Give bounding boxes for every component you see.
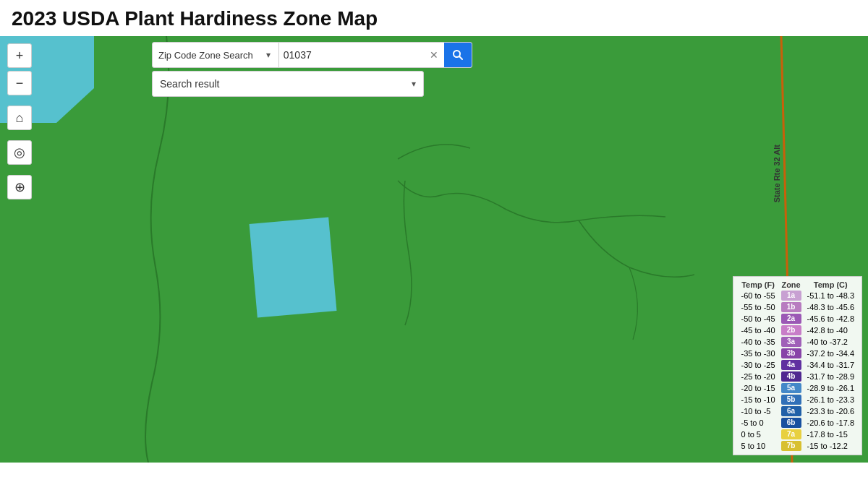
legend-zone-box: 7b: [778, 440, 804, 452]
legend-temp-f: -60 to -55: [738, 290, 778, 301]
legend-zone-box: 4a: [778, 359, 804, 371]
legend-row: 5 to 107b-15 to -12.2: [738, 440, 857, 452]
legend-header-zone: Zone: [778, 280, 804, 290]
legend-row: -55 to -501b-48.3 to -45.6: [738, 301, 857, 313]
legend-temp-f: -20 to -15: [738, 382, 778, 394]
legend-zone-box: 6b: [778, 417, 804, 429]
search-icon: [452, 49, 464, 61]
locate-button[interactable]: ◎: [7, 140, 32, 165]
page-title: 2023 USDA Plant Hardiness Zone Map: [0, 0, 868, 36]
legend-zone-box: 3a: [778, 336, 804, 348]
legend-zone-box: 1a: [778, 290, 804, 301]
zoom-out-button[interactable]: −: [7, 71, 32, 95]
search-result-label: Search result: [160, 78, 412, 90]
legend: Temp (F) Zone Temp (C) -60 to -551a-51.1…: [733, 276, 862, 455]
legend-row: 0 to 57a-17.8 to -15: [738, 429, 857, 440]
legend-zone-box: 7a: [778, 429, 804, 440]
search-result-dropdown[interactable]: Search result ▾: [152, 71, 424, 97]
legend-zone-box: 1b: [778, 301, 804, 313]
svg-line-2: [459, 56, 462, 59]
legend-temp-f: 5 to 10: [738, 440, 778, 452]
legend-temp-f: -35 to -30: [738, 348, 778, 359]
legend-temp-c: -26.1 to -23.3: [804, 394, 857, 405]
legend-temp-c: -23.3 to -20.6: [804, 405, 857, 417]
legend-temp-f: -40 to -35: [738, 336, 778, 348]
legend-temp-c: -20.6 to -17.8: [804, 417, 857, 429]
legend-temp-f: -50 to -45: [738, 313, 778, 324]
state-route-label: State Rte 32 Alt: [773, 145, 781, 202]
legend-row: -30 to -254a-34.4 to -31.7: [738, 359, 857, 371]
search-submit-button[interactable]: [444, 42, 472, 68]
legend-temp-c: -31.7 to -28.9: [804, 371, 857, 382]
legend-zone-box: 6a: [778, 405, 804, 417]
legend-temp-c: -37.2 to -34.4: [804, 348, 857, 359]
legend-temp-c: -40 to -37.2: [804, 336, 857, 348]
legend-row: -40 to -353a-40 to -37.2: [738, 336, 857, 348]
legend-row: -50 to -452a-45.6 to -42.8: [738, 313, 857, 324]
map-container: State Rte 32 Alt + − ⌂ ◎ ⊕ Zip Code Zone…: [0, 36, 868, 463]
legend-row: -45 to -402b-42.8 to -40: [738, 324, 857, 336]
search-dropdown-button[interactable]: ▾: [259, 42, 279, 68]
legend-row: -60 to -551a-51.1 to -48.3: [738, 290, 857, 301]
legend-temp-f: -45 to -40: [738, 324, 778, 336]
legend-header-temp-c: Temp (C): [804, 280, 857, 290]
legend-zone-box: 2a: [778, 313, 804, 324]
search-clear-button[interactable]: ✕: [424, 42, 444, 68]
legend-temp-f: -15 to -10: [738, 394, 778, 405]
legend-row: -15 to -105b-26.1 to -23.3: [738, 394, 857, 405]
zoom-in-button[interactable]: +: [7, 43, 32, 68]
legend-temp-f: -10 to -5: [738, 405, 778, 417]
legend-row: -5 to 06b-20.6 to -17.8: [738, 417, 857, 429]
legend-row: -25 to -204b-31.7 to -28.9: [738, 371, 857, 382]
search-row: Zip Code Zone Search ▾ ✕: [152, 42, 472, 68]
map-controls: + − ⌂ ◎ ⊕: [7, 43, 32, 199]
legend-temp-f: -5 to 0: [738, 417, 778, 429]
legend-temp-c: -51.1 to -48.3: [804, 290, 857, 301]
legend-temp-f: 0 to 5: [738, 429, 778, 440]
legend-table: Temp (F) Zone Temp (C) -60 to -551a-51.1…: [738, 280, 857, 452]
search-input[interactable]: [279, 42, 424, 68]
legend-body: -60 to -551a-51.1 to -48.3-55 to -501b-4…: [738, 290, 857, 452]
legend-header-temp-f: Temp (F): [738, 280, 778, 290]
legend-temp-c: -17.8 to -15: [804, 429, 857, 440]
map-highlight-mid: [250, 217, 337, 317]
legend-zone-box: 5b: [778, 394, 804, 405]
search-label: Zip Code Zone Search: [153, 50, 259, 61]
legend-temp-c: -15 to -12.2: [804, 440, 857, 452]
legend-temp-c: -34.4 to -31.7: [804, 359, 857, 371]
layers-button[interactable]: ⊕: [7, 175, 32, 199]
legend-temp-f: -25 to -20: [738, 371, 778, 382]
legend-row: -35 to -303b-37.2 to -34.4: [738, 348, 857, 359]
search-area: Zip Code Zone Search ▾ ✕ Search result ▾: [152, 42, 472, 97]
legend-temp-c: -42.8 to -40: [804, 324, 857, 336]
legend-row: -10 to -56a-23.3 to -20.6: [738, 405, 857, 417]
legend-temp-f: -55 to -50: [738, 301, 778, 313]
legend-row: -20 to -155a-28.9 to -26.1: [738, 382, 857, 394]
chevron-down-icon: ▾: [412, 79, 416, 89]
legend-zone-box: 2b: [778, 324, 804, 336]
legend-temp-c: -45.6 to -42.8: [804, 313, 857, 324]
legend-zone-box: 4b: [778, 371, 804, 382]
legend-temp-c: -48.3 to -45.6: [804, 301, 857, 313]
legend-zone-box: 5a: [778, 382, 804, 394]
home-button[interactable]: ⌂: [7, 106, 32, 130]
legend-temp-f: -30 to -25: [738, 359, 778, 371]
legend-zone-box: 3b: [778, 348, 804, 359]
legend-temp-c: -28.9 to -26.1: [804, 382, 857, 394]
